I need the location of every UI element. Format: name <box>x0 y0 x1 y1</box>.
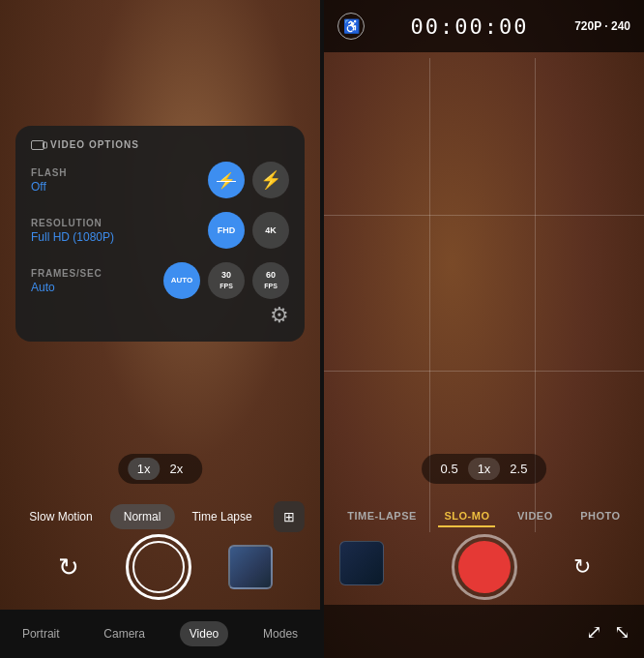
video-icon <box>31 140 44 150</box>
resolution-row: RESOLUTION Full HD (1080P) FHD 4K <box>31 212 289 249</box>
fps-auto-button[interactable]: AUTO <box>163 262 200 299</box>
fps-buttons: AUTO 30FPS 60FPS <box>163 262 289 299</box>
mode-options-button[interactable]: ⊞ <box>274 501 305 532</box>
camera-label: Camera <box>103 627 145 641</box>
portrait-label: Portrait <box>22 627 60 641</box>
zoom-2x-label: 2x <box>170 462 184 476</box>
bottom-nav: Portrait Camera Video Modes <box>0 610 320 658</box>
zoom-controls: 1x 2x <box>118 454 202 484</box>
zoom-1x-right-label: 1x <box>478 462 491 476</box>
slo-mo-tab[interactable]: SLO-MO <box>438 506 495 527</box>
expand-button[interactable]: ⤢ <box>586 620 602 643</box>
flash-row: FLASH Off ⚡ ⚡ <box>31 162 289 198</box>
resolution-label: RESOLUTION <box>31 218 114 228</box>
time-lapse-right-label: TIME-LAPSE <box>347 510 417 522</box>
settings-button[interactable]: ⚙ <box>270 303 289 328</box>
camera-nav[interactable]: Camera <box>94 621 155 646</box>
zoom-1x-right-button[interactable]: 1x <box>468 458 501 480</box>
left-camera-panel: VIDEO OPTIONS FLASH Off ⚡ ⚡ RESOLUTION F… <box>0 0 320 658</box>
time-lapse-label: Time Lapse <box>191 510 251 523</box>
mode-options-icon: ⊞ <box>283 509 295 524</box>
zoom-2.5-label: 2.5 <box>510 462 527 476</box>
right-mode-tabs: TIME-LAPSE SLO-MO VIDEO PHOTO <box>324 506 644 527</box>
fps-auto-label: AUTO <box>171 276 193 285</box>
time-lapse-right-tab[interactable]: TIME-LAPSE <box>341 506 423 527</box>
right-flip-icon: ↻ <box>573 554 591 580</box>
modes-label: Modes <box>263 627 298 641</box>
flash-off-button[interactable]: ⚡ <box>208 162 245 198</box>
panel-title: VIDEO OPTIONS <box>31 139 289 150</box>
flash-on-icon: ⚡ <box>260 169 281 191</box>
normal-tab[interactable]: Normal <box>110 504 175 529</box>
settings-row: ⚙ <box>31 303 289 328</box>
fps-30-label: 30FPS <box>220 270 233 291</box>
camera-controls: ↻ <box>0 534 320 600</box>
accessibility-icon: ♿ <box>343 18 360 34</box>
zoom-2x-button[interactable]: 2x <box>161 458 193 480</box>
shutter-inner <box>132 541 185 593</box>
panel-title-text: VIDEO OPTIONS <box>50 139 139 150</box>
fullscreen-icon: ⤡ <box>614 621 630 643</box>
resolution-buttons: FHD 4K <box>208 212 289 249</box>
slo-mo-label: SLO-MO <box>444 510 489 522</box>
flash-value: Off <box>31 180 67 194</box>
video-right-label: VIDEO <box>517 510 553 522</box>
fps-row: FRAMES/SEC Auto AUTO 30FPS 60FPS <box>31 262 289 299</box>
shutter-button[interactable] <box>126 534 191 600</box>
fps-label-group: FRAMES/SEC Auto <box>31 268 102 294</box>
fps-label: FRAMES/SEC <box>31 268 102 279</box>
video-nav[interactable]: Video <box>180 621 228 646</box>
right-flip-button[interactable]: ↻ <box>561 546 603 588</box>
flip-icon: ↻ <box>58 553 79 583</box>
fps-30-button[interactable]: 30FPS <box>208 262 245 299</box>
video-options-panel: VIDEO OPTIONS FLASH Off ⚡ ⚡ RESOLUTION F… <box>15 126 305 342</box>
fps-value: Auto <box>31 281 102 294</box>
record-button[interactable] <box>452 534 517 600</box>
accessibility-button[interactable]: ♿ <box>337 13 365 40</box>
resolution-label-group: RESOLUTION Full HD (1080P) <box>31 218 114 244</box>
resolution-value: Full HD (1080P) <box>31 230 114 244</box>
fhd-button[interactable]: FHD <box>208 212 245 249</box>
fullscreen-button[interactable]: ⤡ <box>614 620 630 643</box>
quality-badge: 720P · 240 <box>574 19 630 33</box>
timer-display: 00:00:00 <box>411 15 529 39</box>
photo-tab[interactable]: PHOTO <box>574 506 626 527</box>
normal-label: Normal <box>124 510 161 523</box>
flip-camera-button[interactable]: ↻ <box>47 546 90 588</box>
flash-label: FLASH <box>31 167 67 178</box>
video-label: Video <box>190 627 219 641</box>
time-lapse-tab[interactable]: Time Lapse <box>178 504 265 529</box>
fhd-label: FHD <box>218 225 236 235</box>
slow-motion-label: Slow Motion <box>29 510 92 523</box>
modes-nav[interactable]: Modes <box>253 621 307 646</box>
mode-tabs: Slow Motion Normal Time Lapse ⊞ <box>15 501 304 532</box>
right-top-bar: ♿ 00:00:00 720P · 240 <box>324 0 644 52</box>
right-bottom-bar: ⤢ ⤡ <box>324 605 644 658</box>
zoom-1x-button[interactable]: 1x <box>128 458 161 480</box>
zoom-0.5-label: 0.5 <box>441 462 458 476</box>
video-right-tab[interactable]: VIDEO <box>512 506 559 527</box>
right-zoom-controls: 0.5 1x 2.5 <box>422 454 547 484</box>
flash-label-group: FLASH Off <box>31 167 67 194</box>
photo-label: PHOTO <box>580 510 620 522</box>
gallery-thumbnail[interactable] <box>228 545 273 589</box>
flash-off-icon: ⚡ <box>217 171 236 190</box>
expand-icon: ⤢ <box>586 621 602 643</box>
right-camera-panel: ♿ 00:00:00 720P · 240 0.5 1x 2.5 TIME-LA… <box>324 0 644 658</box>
fps-60-button[interactable]: 60FPS <box>252 262 289 299</box>
fps-60-label: 60FPS <box>264 270 278 291</box>
record-inner <box>458 541 511 593</box>
portrait-nav[interactable]: Portrait <box>13 621 70 646</box>
flash-buttons: ⚡ ⚡ <box>208 162 289 198</box>
4k-label: 4K <box>265 225 277 235</box>
zoom-0.5-button[interactable]: 0.5 <box>431 458 468 480</box>
slow-motion-tab[interactable]: Slow Motion <box>15 504 105 529</box>
right-camera-controls: ↻ <box>324 534 644 600</box>
zoom-2.5-button[interactable]: 2.5 <box>500 458 537 480</box>
zoom-1x-label: 1x <box>137 462 151 476</box>
4k-button[interactable]: 4K <box>252 212 289 249</box>
flash-on-button[interactable]: ⚡ <box>252 162 289 198</box>
